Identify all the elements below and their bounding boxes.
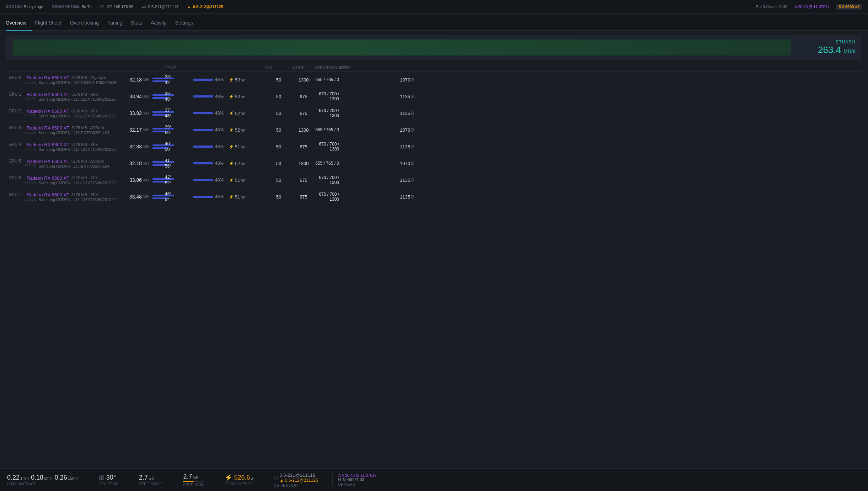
temp2-2: 46° xyxy=(165,113,193,118)
fan-pct-5: 48% xyxy=(215,161,224,166)
hash-value-1: 33.94 xyxy=(122,94,142,99)
gpu-id-3: GPU 3 xyxy=(9,125,25,130)
tune-icon-2[interactable]: ⚙ xyxy=(410,110,439,116)
vdd-val-5: 655 / 765 / 0 xyxy=(314,161,339,166)
divider-5 xyxy=(268,474,268,486)
tune-icon-4[interactable]: ⚙ xyxy=(410,144,439,149)
free-ram-label: FREE RAM xyxy=(183,483,203,487)
nav-item-overview[interactable]: Overview xyxy=(6,20,32,31)
hashrate-graph-bg xyxy=(13,39,791,56)
os-stat: ⬡ 0.6-211@211118 ▲ 0.6-212@211125 OS VER… xyxy=(274,472,326,487)
hash-value-3: 32.17 xyxy=(122,127,142,133)
fan-pct-7: 48% xyxy=(215,194,224,199)
table-row: GPU 4 Radeon RX 6600 XT 8176 MB · XFX 30… xyxy=(6,138,862,155)
temp2-5: 56° xyxy=(165,164,193,169)
vdd-val-4: 670 / 700 / 1300 xyxy=(314,142,339,152)
nav-item-flightsheet[interactable]: Flight Sheet xyxy=(35,20,67,31)
divider-1 xyxy=(93,474,93,486)
core-val-4: 675 xyxy=(293,144,314,149)
nav-item-stats[interactable]: Stats xyxy=(131,20,148,31)
gpu-id-5: GPU 5 xyxy=(9,159,25,164)
gpu-temp-5: 41° 56° xyxy=(165,158,193,169)
gpu-hashrate-7: 33.48 MH xyxy=(122,194,165,200)
mem-val-6: 1135 xyxy=(339,178,410,183)
power-icon: ⚡ xyxy=(225,474,232,481)
gpu-id-7: GPU 7 xyxy=(9,192,25,197)
hash-unit-5: MH xyxy=(143,162,149,165)
up-arrow-icon: ▲ xyxy=(187,5,191,9)
gpu-id-1: GPU 1 xyxy=(9,92,25,97)
power-icon-7: ⚡ xyxy=(229,195,234,199)
nav-item-activity[interactable]: Activity xyxy=(151,20,172,31)
temp2-0: 42° xyxy=(165,80,193,85)
tune-icon-6[interactable]: ⚙ xyxy=(410,177,439,183)
gpu-model-3: Samsung GDDR6 · 113-EXT800289-L04 xyxy=(38,131,109,135)
col-vdd: VDD/VDDCI/MVDD xyxy=(314,65,339,70)
gpu-info-0: GPU 0 Radeon RX 6600 XT 8176 MB · Gigaby… xyxy=(9,75,122,85)
gpu-model-1: Samsung GDDR6 · 113-123XT130W201222 xyxy=(38,97,116,101)
hash-value-7: 33.48 xyxy=(122,194,142,200)
temp1-3: 39° xyxy=(165,125,193,130)
power-cell-4: ⚡ 51 w xyxy=(229,144,264,149)
hash-unit-0: MH xyxy=(143,78,149,82)
power-cell-3: ⚡ 52 w xyxy=(229,127,264,133)
nav-item-tuning[interactable]: Tuning xyxy=(107,20,128,31)
cpu-icon: ⊞ xyxy=(99,474,104,481)
fan-val-3: 50 xyxy=(264,127,293,133)
gpu-temp-2: 37° 46° xyxy=(165,108,193,118)
core-val-6: 675 xyxy=(293,178,314,183)
booted-item: BOOTED 5 days ago xyxy=(6,5,43,9)
core-val-3: 1300 xyxy=(293,127,314,133)
driver-n: N N 460.91.03 xyxy=(338,477,364,482)
table-section: TEMP FAN CORE VDD/VDDCI/MVDD MEM GPU 0 R… xyxy=(0,64,868,205)
uptime-label: MINER UPTIME xyxy=(52,5,80,9)
ram-bar xyxy=(183,481,204,482)
gpu-mem-6: 8176 MB · XFX xyxy=(71,176,98,180)
gpu-mem-0: 8176 MB · Gigabyte xyxy=(71,75,106,80)
fan-bar-6: 48% xyxy=(193,178,229,183)
table-row: GPU 5 Radeon RX 6600 XT 8176 MB · ASRock… xyxy=(6,155,862,172)
core-val-1: 675 xyxy=(293,94,314,99)
gpu-model-4: Samsung GDDR6 · 113-123XT130W201222 xyxy=(38,147,116,152)
gpu-name-6: Radeon RX 6600 XT xyxy=(27,175,69,181)
power-cell-0: ⚡ 53 w xyxy=(229,77,264,83)
power-cell-2: ⚡ 52 w xyxy=(229,111,264,116)
gpu-hashrate-0: 32.18 MH xyxy=(122,77,165,83)
vdd-val-3: 655 / 765 / 0 xyxy=(314,127,339,132)
gpu-mem-1: 8176 MB · XFX xyxy=(71,92,98,96)
table-row: GPU 3 Radeon RX 6600 XT 8176 MB · ASRock… xyxy=(6,122,862,138)
table-row: GPU 0 Radeon RX 6600 XT 8176 MB · Gigaby… xyxy=(6,72,862,88)
fan-bar-7: 48% xyxy=(193,194,229,199)
amd-version: A 20.40 (5.11.0701) xyxy=(794,5,829,9)
os-label: OS VERSION xyxy=(274,484,298,487)
tune-icon-3[interactable]: ⚙ xyxy=(410,127,439,133)
nav-item-settings[interactable]: Settings xyxy=(175,20,199,31)
gpu-pcie-5: 35:00.0 xyxy=(25,164,36,168)
tune-icon-0[interactable]: ⚙ xyxy=(410,77,439,83)
mem-val-3: 1070 xyxy=(339,127,410,133)
divider-6 xyxy=(332,474,333,486)
tune-icon-1[interactable]: ⚙ xyxy=(410,94,439,99)
power-cell-7: ⚡ 51 w xyxy=(229,194,264,200)
col-core: CORE xyxy=(293,65,314,70)
free-ram-stat: 2.7 Gb FREE RAM xyxy=(183,473,213,487)
table-row: GPU 7 Radeon RX 6600 XT 8176 MB · XFX 3b… xyxy=(6,189,862,205)
ip-value: 192.168.178.99 xyxy=(106,5,133,9)
nav-item-overclocking[interactable]: Overclocking xyxy=(70,20,105,31)
power-value-3: 52 w xyxy=(235,127,245,133)
fan-val-5: 50 xyxy=(264,161,293,166)
gpu-temp-4: 40° 50° xyxy=(165,141,193,152)
power-value-1: 53 w xyxy=(235,94,245,99)
temp1-6: 42° xyxy=(165,175,193,180)
fan-val-0: 50 xyxy=(264,77,293,83)
gpu-id-6: GPU 6 xyxy=(9,175,25,180)
gpu-pcie-1: 27:00.0 xyxy=(25,97,36,101)
hash-value-6: 33.86 xyxy=(122,177,142,183)
gpu-name-0: Radeon RX 6600 XT xyxy=(27,75,69,80)
table-row: GPU 1 Radeon RX 6600 XT 8176 MB · XFX 27… xyxy=(6,88,862,105)
load-avg-5-value: 0.18 5min xyxy=(31,474,53,481)
tune-icon-5[interactable]: ⚙ xyxy=(410,160,439,166)
fan-val-7: 50 xyxy=(264,194,293,200)
gpu-name-1: Radeon RX 6600 XT xyxy=(27,92,69,97)
tune-icon-7[interactable]: ⚙ xyxy=(410,194,439,200)
